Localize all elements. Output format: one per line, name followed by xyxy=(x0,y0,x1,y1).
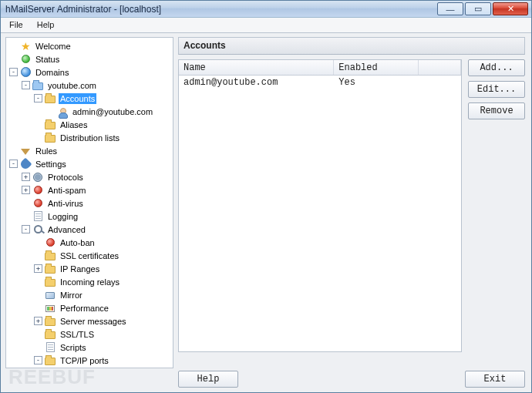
collapse-icon[interactable]: - xyxy=(22,225,30,233)
maximize-button[interactable]: ▭ xyxy=(465,2,491,15)
tree-settings[interactable]: -Settings xyxy=(9,157,171,170)
window-title: hMailServer Administrator - [localhost] xyxy=(5,4,161,15)
tree-ssl-certificates[interactable]: SSL certificates xyxy=(34,249,171,262)
title-bar[interactable]: hMailServer Administrator - [localhost] … xyxy=(1,1,531,18)
tree-distribution-lists[interactable]: Distribution lists xyxy=(34,131,171,144)
help-button[interactable]: Help xyxy=(178,371,238,388)
expand-icon[interactable]: + xyxy=(34,317,42,325)
tree-server-messages[interactable]: +Server messages xyxy=(34,314,171,328)
tree-ip-ranges[interactable]: +IP Ranges xyxy=(34,262,171,275)
exit-button[interactable]: Exit xyxy=(465,371,525,388)
panel-title: Accounts xyxy=(178,37,525,55)
expand-icon[interactable]: + xyxy=(22,186,30,194)
tree-logging[interactable]: Logging xyxy=(22,210,171,223)
remove-button[interactable]: Remove xyxy=(468,102,525,119)
tree-mirror[interactable]: Mirror xyxy=(34,288,171,301)
tree-aliases[interactable]: Aliases xyxy=(34,118,171,131)
tree-domain-youtube[interactable]: -youtube.com xyxy=(22,79,171,92)
listview-header: Name Enabled xyxy=(179,60,461,76)
collapse-icon[interactable]: - xyxy=(34,94,42,102)
expand-icon[interactable]: + xyxy=(22,173,30,181)
app-window: hMailServer Administrator - [localhost] … xyxy=(0,0,532,393)
tree-status[interactable]: Status xyxy=(9,52,171,66)
collapse-icon[interactable]: - xyxy=(9,160,18,168)
tree-view[interactable]: ★Welcome Status -Domains -youtube.com -A… xyxy=(5,37,173,368)
minimize-button[interactable]: — xyxy=(437,2,463,15)
tree-accounts-label: Accounts xyxy=(59,93,96,104)
tree-performance[interactable]: Performance xyxy=(34,301,171,314)
collapse-icon[interactable]: - xyxy=(9,68,18,76)
tree-protocols[interactable]: +Protocols xyxy=(22,170,171,183)
tree-rules[interactable]: Rules xyxy=(9,144,171,157)
tree-account-admin[interactable]: admin@youtube.com xyxy=(46,105,171,118)
accounts-listview[interactable]: Name Enabled admin@youtube.comYes xyxy=(178,59,462,352)
tree-domains[interactable]: -Domains xyxy=(9,66,171,79)
menu-bar: File Help xyxy=(1,18,531,33)
tree-port-25[interactable]: 0.0.0.0 / 25 / SMTP xyxy=(46,367,171,368)
tree-ssl-tls[interactable]: SSL/TLS xyxy=(34,328,171,341)
menu-help[interactable]: Help xyxy=(30,18,62,32)
tree-accounts[interactable]: -Accounts xyxy=(34,92,171,105)
edit-button[interactable]: Edit... xyxy=(468,81,525,98)
tree-anti-virus[interactable]: Anti-virus xyxy=(22,196,171,210)
tree-scripts[interactable]: Scripts xyxy=(34,341,171,354)
collapse-icon[interactable]: - xyxy=(22,81,30,89)
add-button[interactable]: Add... xyxy=(468,59,525,76)
column-name[interactable]: Name xyxy=(179,60,334,75)
collapse-icon[interactable]: - xyxy=(34,356,42,364)
account-row[interactable]: admin@youtube.comYes xyxy=(179,76,461,89)
tree-anti-spam[interactable]: +Anti-spam xyxy=(22,183,171,196)
account-enabled: Yes xyxy=(334,76,419,89)
tree-advanced[interactable]: -Advanced xyxy=(22,223,171,236)
menu-file[interactable]: File xyxy=(2,18,30,32)
tree-tcpip-ports[interactable]: -TCP/IP ports xyxy=(34,354,171,367)
expand-icon[interactable]: + xyxy=(34,264,42,273)
tree-welcome[interactable]: ★Welcome xyxy=(9,39,171,52)
account-name: admin@youtube.com xyxy=(179,76,334,89)
close-button[interactable]: ✕ xyxy=(493,2,528,15)
column-enabled[interactable]: Enabled xyxy=(334,60,419,75)
tree-auto-ban[interactable]: Auto-ban xyxy=(34,236,171,249)
column-spacer xyxy=(419,60,461,75)
tree-incoming-relays[interactable]: Incoming relays xyxy=(34,275,171,288)
